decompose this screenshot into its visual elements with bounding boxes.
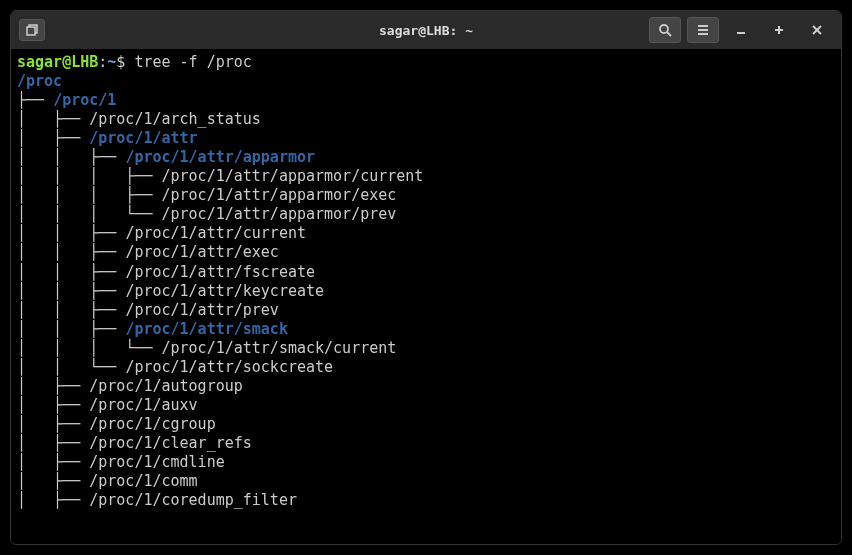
tree-prefix: │ │ │ ├── (17, 186, 162, 204)
svg-rect-0 (27, 27, 35, 35)
window-title: sagar@LHB: ~ (379, 23, 473, 38)
tree-dir: /proc/1/attr/smack (125, 320, 288, 338)
tree-prefix: │ │ │ ├── (17, 167, 162, 185)
titlebar: sagar@LHB: ~ (11, 11, 841, 49)
svg-point-1 (660, 25, 668, 33)
tree-file: /proc/1/attr/apparmor/exec (162, 186, 397, 204)
tree-line: │ │ ├── /proc/1/attr/apparmor (17, 148, 835, 167)
tree-line: │ │ │ ├── /proc/1/attr/apparmor/current (17, 167, 835, 186)
tree-line: │ ├── /proc/1/comm (17, 472, 835, 491)
tree-line: │ ├── /proc/1/cmdline (17, 453, 835, 472)
search-button[interactable] (649, 17, 681, 43)
tree-line: │ │ ├── /proc/1/attr/keycreate (17, 282, 835, 301)
prompt-line: sagar@LHB:~$ tree -f /proc (17, 53, 835, 72)
tree-prefix: │ │ ├── (17, 148, 125, 166)
minimize-icon (735, 24, 747, 36)
tree-prefix: │ │ ├── (17, 320, 125, 338)
minimize-button[interactable] (725, 17, 757, 43)
tree-prefix: ├── (17, 91, 53, 109)
tree-line: │ │ │ ├── /proc/1/attr/apparmor/exec (17, 186, 835, 205)
tree-line: │ ├── /proc/1/attr (17, 129, 835, 148)
tree-file: /proc/1/cgroup (89, 415, 215, 433)
maximize-button[interactable] (763, 17, 795, 43)
tree-file: /proc/1/attr/sockcreate (125, 358, 333, 376)
svg-line-2 (667, 32, 671, 36)
tree-prefix: │ │ ├── (17, 263, 125, 281)
tree-line: │ ├── /proc/1/clear_refs (17, 434, 835, 453)
tree-prefix: │ │ ├── (17, 224, 125, 242)
tree-prefix: │ │ ├── (17, 243, 125, 261)
tree-prefix: │ ├── (17, 377, 89, 395)
tree-file: /proc/1/attr/apparmor/current (162, 167, 424, 185)
tree-lines: ├── /proc/1│ ├── /proc/1/arch_status│ ├─… (17, 91, 835, 510)
tree-file: /proc/1/attr/current (125, 224, 306, 242)
tree-root-line: /proc (17, 72, 835, 91)
tree-prefix: │ │ │ └── (17, 339, 162, 357)
tree-file: /proc/1/attr/apparmor/prev (162, 205, 397, 223)
tree-line: ├── /proc/1 (17, 91, 835, 110)
tree-dir: /proc/1/attr/apparmor (125, 148, 315, 166)
menu-button[interactable] (687, 17, 719, 43)
terminal-output[interactable]: sagar@LHB:~$ tree -f /proc/proc├── /proc… (11, 49, 841, 544)
search-icon (658, 23, 672, 37)
tree-prefix: │ ├── (17, 472, 89, 490)
tree-line: │ │ ├── /proc/1/attr/fscreate (17, 263, 835, 282)
tree-line: │ ├── /proc/1/arch_status (17, 110, 835, 129)
tree-file: /proc/1/attr/prev (125, 301, 279, 319)
command-text: tree -f /proc (134, 53, 251, 71)
close-button[interactable] (801, 17, 833, 43)
tree-file: /proc/1/attr/smack/current (162, 339, 397, 357)
tree-line: │ │ └── /proc/1/attr/sockcreate (17, 358, 835, 377)
tree-prefix: │ │ ├── (17, 282, 125, 300)
tree-prefix: │ ├── (17, 110, 89, 128)
new-tab-icon (25, 23, 39, 37)
tree-line: │ │ │ └── /proc/1/attr/smack/current (17, 339, 835, 358)
tree-line: │ │ │ └── /proc/1/attr/apparmor/prev (17, 205, 835, 224)
tree-root: /proc (17, 72, 62, 90)
tree-line: │ │ ├── /proc/1/attr/prev (17, 301, 835, 320)
prompt-sep2: $ (116, 53, 134, 71)
tree-file: /proc/1/attr/fscreate (125, 263, 315, 281)
tree-dir: /proc/1 (53, 91, 116, 109)
tree-line: │ │ ├── /proc/1/attr/current (17, 224, 835, 243)
tree-line: │ │ ├── /proc/1/attr/smack (17, 320, 835, 339)
new-tab-button[interactable] (19, 19, 45, 41)
tree-line: │ ├── /proc/1/cgroup (17, 415, 835, 434)
tree-file: /proc/1/auxv (89, 396, 197, 414)
tree-file: /proc/1/comm (89, 472, 197, 490)
titlebar-controls (649, 17, 833, 43)
tree-line: │ ├── /proc/1/autogroup (17, 377, 835, 396)
tree-prefix: │ │ ├── (17, 301, 125, 319)
tree-prefix: │ ├── (17, 453, 89, 471)
tree-prefix: │ ├── (17, 491, 89, 509)
tree-file: /proc/1/attr/exec (125, 243, 279, 261)
prompt-path: ~ (107, 53, 116, 71)
tree-prefix: │ │ └── (17, 358, 125, 376)
terminal-window: sagar@LHB: ~ (10, 10, 842, 545)
tree-file: /proc/1/cmdline (89, 453, 224, 471)
prompt-user-host: sagar@LHB (17, 53, 98, 71)
tree-file: /proc/1/attr/keycreate (125, 282, 324, 300)
tree-file: /proc/1/clear_refs (89, 434, 252, 452)
tree-file: /proc/1/coredump_filter (89, 491, 297, 509)
tree-dir: /proc/1/attr (89, 129, 197, 147)
tree-line: │ │ ├── /proc/1/attr/exec (17, 243, 835, 262)
prompt-sep1: : (98, 53, 107, 71)
tree-line: │ ├── /proc/1/auxv (17, 396, 835, 415)
tree-prefix: │ ├── (17, 415, 89, 433)
hamburger-icon (696, 23, 710, 37)
tree-prefix: │ ├── (17, 129, 89, 147)
tree-line: │ ├── /proc/1/coredump_filter (17, 491, 835, 510)
tree-file: /proc/1/autogroup (89, 377, 243, 395)
tree-prefix: │ ├── (17, 396, 89, 414)
tree-file: /proc/1/arch_status (89, 110, 261, 128)
maximize-icon (773, 24, 785, 36)
tree-prefix: │ │ │ └── (17, 205, 162, 223)
tree-prefix: │ ├── (17, 434, 89, 452)
close-icon (811, 24, 823, 36)
